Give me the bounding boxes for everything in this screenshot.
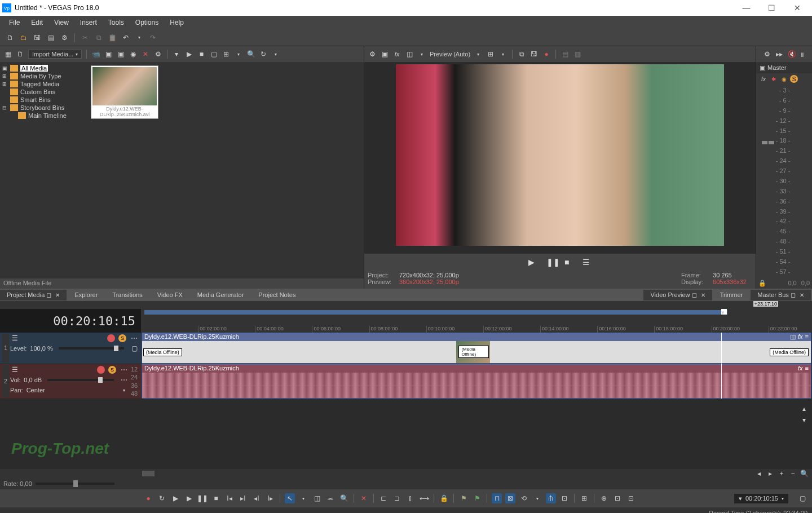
media-thumbs-area[interactable]: Dyldy.e12.WEB-DLRip..25Kuzmich.avi [87,62,364,278]
preview-props-icon[interactable]: ⚙ [368,50,377,59]
media-gear-icon[interactable]: ⚙ [153,50,162,59]
sort-dropdown-icon[interactable]: ▾ [234,50,243,59]
play-button[interactable]: ▶ [184,493,194,503]
capture-icon[interactable]: 📹 [91,50,100,59]
tab-explorer[interactable]: Explorer [68,290,104,300]
zoom-height-out-icon[interactable]: ▾ [800,415,809,424]
ripple-dropdown-icon[interactable]: ▾ [532,493,542,503]
remove-icon[interactable]: ▣ [116,50,125,59]
snap-button[interactable]: ⊓ [492,493,502,503]
tab-project-notes[interactable]: Project Notes [251,290,302,300]
search-icon[interactable]: 🔍 [246,50,255,59]
vol-more-icon[interactable]: ⋯ [120,375,129,384]
menu-help[interactable]: Help [165,17,188,28]
video-clip[interactable]: Dyldy.e12.WEB-DLRip.25Kuzmich◫fx≡ (Media… [142,333,811,364]
loop-region[interactable] [144,310,727,315]
clip-fx-icon[interactable]: fx [798,333,803,340]
quality-dropdown-icon[interactable]: ▾ [474,50,483,59]
track-more-icon[interactable]: ⋯ [130,334,139,343]
downmix-icon[interactable]: ▸▸ [775,50,784,59]
timeline-marker-bar[interactable]: +23:17:10 [0,301,812,309]
track-menu-icon[interactable]: ☰ [10,334,19,343]
scopes-icon[interactable]: ▤ [561,50,570,59]
refresh-icon[interactable]: ↻ [259,50,268,59]
zoom-height-in-icon[interactable]: ▴ [800,404,809,413]
tree-item-storyboard-bins[interactable]: ⊟Storyboard Bins [1,104,86,112]
auto-crossfade-button[interactable]: ⫛ [546,493,556,503]
next-frame-button[interactable]: I▸ [265,493,275,503]
media-props-icon[interactable]: ▦ [3,50,12,59]
undock-icon[interactable]: ◻ [692,291,697,298]
quantize-button[interactable]: ⊠ [505,493,515,503]
menu-tools[interactable]: Tools [104,17,129,28]
audio-track-content[interactable]: Dyldy.e12.WEB-DLRip.25Kuzmichfx≡ [141,364,812,399]
menu-options[interactable]: Options [131,17,163,28]
split-button[interactable]: ⫿ [405,493,416,503]
normal-edit-tool[interactable]: ↖ [285,493,295,503]
zoom-in-icon[interactable]: + [777,469,786,478]
rate-handle[interactable] [73,480,78,487]
tree-item-media-by-type[interactable]: ⊞Media By Type [1,72,86,80]
mixer-controls-icon[interactable]: ⫼ [800,51,806,58]
close-icon[interactable]: ✕ [800,292,804,298]
ignore-grouping-button[interactable]: ⊞ [579,493,589,503]
minimize-button[interactable]: — [734,0,759,16]
undo-icon[interactable]: ↶ [121,33,130,42]
close-button[interactable]: ✕ [784,0,810,16]
audio-track-header[interactable]: 2 ☰ S ⋯ Vol: 0,0 dB ⋯ [0,364,141,399]
audio-clip[interactable]: Dyldy.e12.WEB-DLRip.25Kuzmichfx≡ [142,364,811,399]
tree-item-all-media[interactable]: ▣All Media [1,64,86,72]
tree-item-smart-bins[interactable]: Smart Bins [1,96,86,104]
undock-icon[interactable]: ◻ [791,291,796,298]
scroll-right-icon[interactable]: ▸ [766,469,775,478]
stop-button[interactable]: ■ [211,493,221,503]
tab-video-preview[interactable]: Video Preview ◻ ✕ [643,290,712,300]
pause-button[interactable]: ❚❚ [546,258,555,267]
copy-icon[interactable]: ⧉ [94,33,103,42]
zoom-out-icon[interactable]: − [788,469,797,478]
track-record-icon[interactable] [97,366,105,374]
automation-icon[interactable]: ✱ [770,75,778,83]
media-new-icon[interactable]: 🗋 [16,50,25,59]
timeline-timecode-display[interactable]: 00:20:10:15 [0,309,141,333]
play-from-start-button[interactable]: ▶ [170,493,180,503]
track-motion-icon[interactable]: ▢ [130,344,139,353]
end-marker[interactable]: +23:17:10 [753,301,778,307]
trim-start-button[interactable]: ⊏ [378,493,389,503]
histogram-icon[interactable]: ▥ [573,50,582,59]
scroll-left-icon[interactable]: ◂ [754,469,764,478]
track-more-icon[interactable]: ⋯ [120,365,129,374]
marker-button[interactable]: ⚑ [458,493,469,503]
video-track-content[interactable]: Dyldy.e12.WEB-DLRip.25Kuzmich◫fx≡ (Media… [141,333,812,364]
properties-icon[interactable]: ⚙ [60,33,69,42]
tab-transitions[interactable]: Transitions [105,290,149,300]
timecode-dropdown-icon[interactable]: ▾ [782,496,784,501]
video-fx-icon[interactable]: fx [392,50,401,59]
render-icon[interactable]: ▤ [46,33,55,42]
video-track-header[interactable]: 1 ☰ S ⋯ Level: 100,0 % ▢ [0,333,141,364]
loop-button[interactable]: ↻ [157,493,167,503]
menu-file[interactable]: File [5,17,24,28]
zoom-tool[interactable]: 🔍 [339,493,349,503]
clip-fx-icon[interactable]: fx [798,365,803,372]
zoom-fit-icon[interactable]: 🔍 [800,469,809,478]
region-button[interactable]: ⚑ [472,493,482,503]
slider-handle[interactable] [114,346,118,351]
preview-dropdown-icon[interactable]: ▾ [417,50,426,59]
tab-trimmer[interactable]: Trimmer [713,290,750,300]
save-snapshot-icon[interactable]: 🖫 [529,50,539,59]
more-dropdown-icon[interactable]: ▾ [271,50,280,59]
nest-button[interactable]: ⊡ [612,493,623,503]
mixer-props-icon[interactable]: ⚙ [762,50,771,59]
tab-master-bus[interactable]: Master Bus ◻ ✕ [751,290,811,300]
tree-item-custom-bins[interactable]: Custom Bins [1,88,86,96]
import-media-button[interactable]: Import Media... ▾ [28,50,82,59]
lock-button[interactable]: 🔒 [439,493,449,503]
go-to-end-button[interactable]: ▸I [238,493,248,503]
copy-snapshot-icon[interactable]: ⧉ [517,50,526,59]
tab-media-generator[interactable]: Media Generator [191,290,251,300]
selection-tool[interactable]: ◫ [312,493,322,503]
level-slider[interactable] [59,347,124,350]
compound-button[interactable]: ⊡ [626,493,636,503]
play-icon[interactable]: ▶ [184,50,193,59]
